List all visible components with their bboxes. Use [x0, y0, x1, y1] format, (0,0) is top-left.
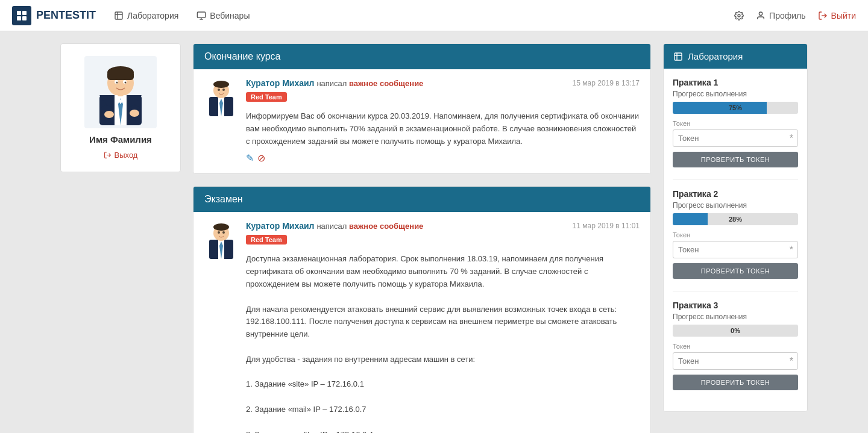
settings-button[interactable] [734, 11, 744, 20]
nav-lab-link[interactable]: Лаборатория [114, 11, 178, 20]
exam-message-author[interactable]: Куратор Михаил [246, 221, 315, 231]
message-avatar [204, 78, 237, 117]
practice-1-progress-bar: 75% [673, 102, 798, 114]
svg-rect-4 [198, 12, 206, 17]
exam-message-item: Куратор Михаил написал важное сообщение … [193, 212, 650, 433]
practice-3-section: Практика 3 Прогресс выполнения 0% Токен … [673, 301, 798, 390]
practice-1-star-icon: * [790, 133, 793, 144]
exam-red-team-badge: Red Team [246, 235, 287, 245]
navbar-left: PENTESTIT Лаборатория Вебинары [12, 6, 250, 25]
navbar: PENTESTIT Лаборатория Вебинары Профиль В… [0, 0, 868, 31]
practice-1-section: Практика 1 Прогресс выполнения 75% Токен… [673, 78, 798, 167]
practice-3-token-wrap: * [673, 352, 798, 370]
practice-2-progress-bar: 28% [673, 213, 798, 225]
practice-2-token-label: Токен [673, 231, 798, 238]
practice-2-subtitle: Прогресс выполнения [673, 201, 798, 210]
practice-1-title: Практика 1 [673, 78, 798, 87]
exam-header: Экзамен [193, 187, 650, 212]
message-body: Куратор Михаил написал важное сообщение … [246, 78, 640, 164]
practice-1-check-btn[interactable]: ПРОВЕРИТЬ ТОКЕН [673, 152, 798, 167]
course-end-section: Окончание курса [193, 43, 651, 174]
svg-point-6 [759, 12, 762, 15]
practice-2-progress-label: 28% [673, 213, 798, 225]
svg-point-5 [738, 14, 740, 17]
practice-3-title: Практика 3 [673, 301, 798, 310]
practice-3-star-icon: * [790, 356, 793, 367]
exam-message-important: важное сообщение [349, 222, 423, 231]
lab-card: Лаборатория Практика 1 Прогресс выполнен… [663, 43, 808, 412]
edit-icon[interactable]: ✎ [246, 152, 254, 164]
profile-link[interactable]: Профиль [756, 11, 805, 20]
course-end-header: Окончание курса [193, 44, 650, 69]
practice-1-token-input[interactable] [673, 129, 798, 147]
message-author[interactable]: Куратор Михаил [246, 78, 315, 88]
exam-message-text: Доступна экзаменационная лаборатория. Ср… [246, 253, 640, 433]
practice-2-token-wrap: * [673, 241, 798, 258]
practice-3-token-label: Токен [673, 343, 798, 350]
logo-icon [12, 6, 31, 25]
svg-point-24 [104, 111, 114, 118]
exam-message-body: Куратор Михаил написал важное сообщение … [246, 221, 640, 433]
practice-3-token-input[interactable] [673, 352, 798, 370]
delete-icon[interactable]: ⊘ [257, 152, 265, 164]
message-important: важное сообщение [349, 79, 423, 88]
svg-point-32 [222, 89, 225, 91]
exam-message-avatar [204, 221, 237, 260]
practice-3-check-btn[interactable]: ПРОВЕРИТЬ ТОКЕН [673, 375, 798, 390]
practice-1-progress-label: 75% [673, 102, 798, 114]
message-actions: ✎ ⊘ [246, 152, 640, 164]
svg-rect-2 [17, 16, 21, 20]
nav-webinar-label: Вебинары [210, 11, 250, 20]
message-meta: Куратор Михаил написал важное сообщение … [204, 78, 640, 164]
svg-point-19 [116, 82, 118, 84]
message-item: Куратор Михаил написал важное сообщение … [193, 69, 650, 173]
profile-label: Профиль [769, 11, 805, 20]
logout-button[interactable]: Выход [73, 151, 168, 160]
avatar [84, 56, 157, 128]
practice-1-token-wrap: * [673, 129, 798, 147]
exam-section: Экзамен [193, 186, 651, 433]
nav-webinar-link[interactable]: Вебинары [197, 11, 250, 20]
svg-point-30 [213, 81, 229, 88]
practice-2-title: Практика 2 [673, 189, 798, 199]
logout-nav-button[interactable]: Выйти [818, 11, 856, 20]
practice-2-section: Практика 2 Прогресс выполнения 28% Токен… [673, 189, 798, 279]
svg-point-39 [222, 231, 225, 234]
practice-3-progress-label: 0% [673, 325, 798, 337]
message-author-line: Куратор Михаил написал важное сообщение [246, 78, 423, 88]
exam-author-line: Куратор Михаил написал важное сообщение [246, 221, 423, 231]
svg-point-20 [125, 82, 127, 84]
right-panel: Лаборатория Практика 1 Прогресс выполнен… [663, 43, 808, 412]
logo-text: PENTESTIT [36, 9, 96, 22]
course-end-title: Окончание курса [204, 51, 281, 61]
svg-point-31 [218, 89, 220, 91]
nav-lab-label: Лаборатория [127, 11, 178, 20]
profile-name: Имя Фамилия [73, 134, 168, 145]
red-team-badge: Red Team [246, 92, 287, 102]
profile-card: Имя Фамилия Выход [60, 43, 181, 172]
exam-message-timestamp: 11 мар 2019 в 11:01 [573, 222, 640, 230]
exam-message-wrote: написал [316, 222, 349, 231]
navbar-right: Профиль Выйти [734, 11, 856, 20]
message-text: Информируем Вас об окончании курса 20.03… [246, 110, 640, 148]
exam-message-header-line: Куратор Михаил написал важное сообщение … [246, 221, 640, 231]
practice-3-subtitle: Прогресс выполнения [673, 313, 798, 321]
svg-rect-3 [22, 16, 27, 20]
practice-2-star-icon: * [790, 245, 793, 255]
exam-message-meta: Куратор Михаил написал важное сообщение … [204, 221, 640, 433]
practice-1-token-label: Токен [673, 120, 798, 127]
svg-point-37 [213, 223, 229, 231]
logo[interactable]: PENTESTIT [12, 6, 96, 25]
svg-point-23 [130, 110, 139, 117]
message-wrote: написал [316, 79, 349, 88]
page-layout: Имя Фамилия Выход Окончание курса [48, 43, 820, 433]
svg-point-38 [218, 231, 220, 234]
practice-2-token-input[interactable] [673, 241, 798, 258]
logout-label: Выход [115, 151, 138, 160]
practice-2-check-btn[interactable]: ПРОВЕРИТЬ ТОКЕН [673, 263, 798, 279]
logout-nav-label: Выйти [831, 11, 856, 20]
message-header-line: Куратор Михаил написал важное сообщение … [246, 78, 640, 88]
svg-rect-1 [22, 11, 27, 15]
svg-rect-13 [107, 71, 134, 80]
practice-3-progress-bar: 0% [673, 325, 798, 337]
